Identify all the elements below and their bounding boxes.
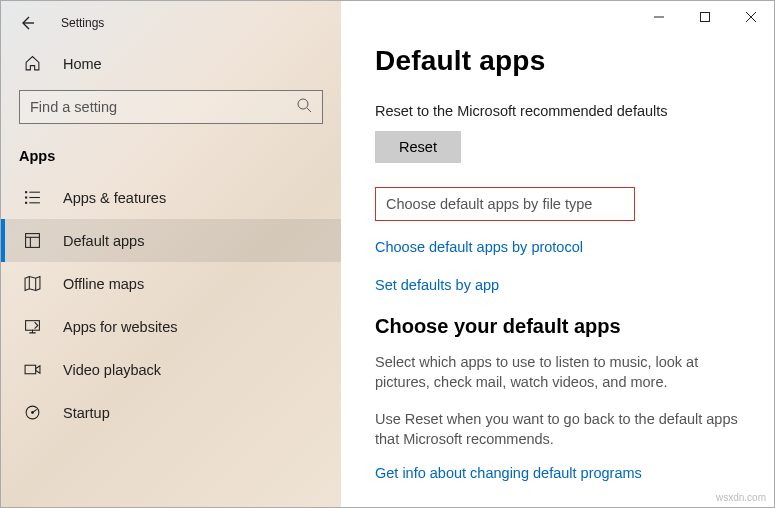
reset-button[interactable]: Reset [375,131,461,163]
nav-label: Video playback [63,362,161,378]
svg-rect-8 [29,202,40,203]
default-apps-icon [23,232,41,249]
search-box[interactable] [19,90,323,124]
app-title: Settings [61,16,104,30]
nav-label: Offline maps [63,276,144,292]
sidebar-item-apps-features[interactable]: Apps & features [1,176,341,219]
close-icon [746,12,756,22]
choose-para-2: Use Reset when you want to go back to th… [375,409,744,450]
sidebar-item-default-apps[interactable]: Default apps [1,219,341,262]
minimize-icon [654,12,664,22]
svg-point-1 [298,99,308,109]
maximize-button[interactable] [682,1,728,33]
home-icon [23,55,41,72]
nav-label: Apps & features [63,190,166,206]
map-icon [23,275,41,292]
websites-icon [23,318,41,335]
link-filetype[interactable]: Choose default apps by file type [375,187,635,221]
svg-rect-15 [25,365,36,374]
maximize-icon [700,12,710,22]
choose-para-1: Select which apps to use to listen to mu… [375,352,744,393]
close-button[interactable] [728,1,774,33]
svg-rect-6 [29,197,40,198]
window-controls [339,1,774,33]
nav-list: Apps & features Default apps Offline map… [1,176,341,434]
sidebar-section-title: Apps [1,138,341,176]
svg-line-18 [32,409,36,412]
sidebar-item-apps-websites[interactable]: Apps for websites [1,305,341,348]
nav-label: Apps for websites [63,319,177,335]
main-panel: Default apps Reset to the Microsoft reco… [341,1,774,507]
search-input[interactable] [30,99,296,115]
svg-line-2 [307,108,311,112]
sidebar-item-home[interactable]: Home [1,45,341,82]
video-icon [23,361,41,378]
svg-rect-9 [25,234,39,248]
link-byapp[interactable]: Set defaults by app [375,277,744,293]
list-icon [23,189,41,206]
back-button[interactable] [15,11,39,35]
search-icon [296,97,312,117]
svg-rect-5 [25,196,27,198]
search-container [1,82,341,138]
sidebar-item-startup[interactable]: Startup [1,391,341,434]
arrow-left-icon [19,15,35,31]
home-label: Home [63,56,102,72]
sidebar-item-offline-maps[interactable]: Offline maps [1,262,341,305]
watermark: wsxdn.com [716,492,766,503]
svg-rect-7 [25,202,27,204]
link-info[interactable]: Get info about changing default programs [375,465,744,481]
sidebar-item-video-playback[interactable]: Video playback [1,348,341,391]
reset-heading: Reset to the Microsoft recommended defau… [375,103,744,119]
titlebar-left: Settings [1,1,341,45]
nav-label: Startup [63,405,110,421]
sidebar: Settings Home Apps Apps & features [1,1,341,507]
choose-heading: Choose your default apps [375,315,744,338]
svg-rect-20 [701,13,710,22]
page-title: Default apps [375,45,744,77]
minimize-button[interactable] [636,1,682,33]
startup-icon [23,404,41,421]
nav-label: Default apps [63,233,144,249]
link-protocol[interactable]: Choose default apps by protocol [375,239,744,255]
svg-rect-4 [29,192,40,193]
svg-rect-3 [25,191,27,193]
